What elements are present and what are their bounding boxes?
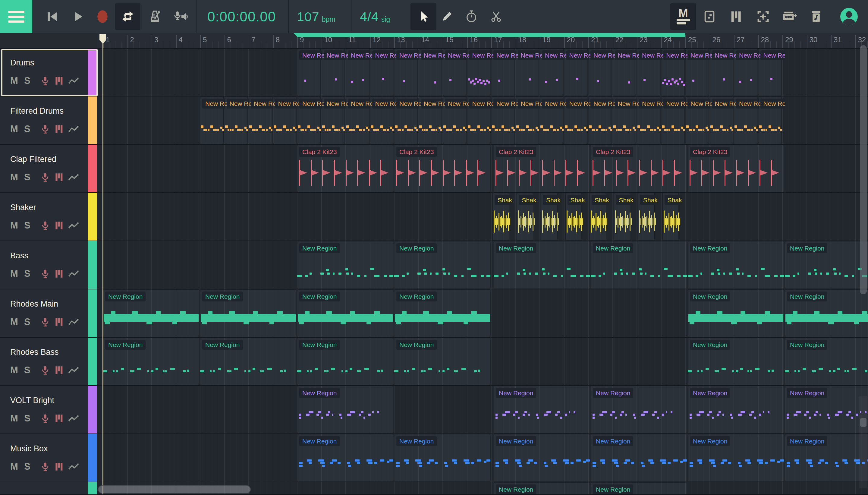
track-lane[interactable]: New RegionNew RegionNew RegionNew Region… — [97, 338, 868, 386]
pencil-tool-button[interactable] — [436, 3, 457, 30]
region[interactable]: New Region — [494, 482, 590, 495]
track-header[interactable]: DrumsMS — [0, 48, 88, 97]
solo-button[interactable]: S — [24, 172, 31, 183]
solo-button[interactable]: S — [24, 365, 31, 376]
region[interactable]: New Region — [419, 97, 442, 144]
solo-button[interactable]: S — [24, 413, 31, 424]
menu-button[interactable] — [0, 0, 32, 33]
region[interactable]: New Region — [516, 97, 539, 144]
track-header[interactable]: Music BoxMS — [0, 434, 88, 482]
region[interactable]: Shaker — [638, 193, 655, 241]
region[interactable]: New Region — [734, 48, 758, 96]
track-lane[interactable]: Clap 2 Kit23Clap 2 Kit23Clap 2 Kit23Clap… — [97, 145, 868, 193]
library-button[interactable] — [804, 3, 828, 30]
track-lane[interactable]: ShakerShakerShakerShakerShakerShakerShak… — [97, 193, 868, 241]
region[interactable]: New Region — [494, 434, 590, 482]
track-header[interactable]: Rhodes MainMS — [0, 289, 88, 338]
region[interactable]: Clap 2 Kit23 — [297, 145, 393, 192]
solo-button[interactable]: S — [24, 124, 31, 134]
mute-button[interactable]: M — [10, 220, 18, 231]
region[interactable]: New Region — [297, 338, 393, 385]
track-header[interactable]: MS — [0, 482, 88, 495]
region[interactable]: New Region — [591, 241, 687, 289]
region[interactable]: New Region — [688, 241, 784, 289]
region[interactable]: New Region — [494, 241, 590, 289]
region[interactable]: New Region — [758, 97, 782, 144]
vertical-zoom-thumb[interactable] — [860, 418, 867, 427]
solo-button[interactable]: S — [24, 461, 31, 472]
track-lane[interactable]: New RegionNew RegionNew RegionNew Region… — [97, 289, 868, 338]
region[interactable]: New Region — [394, 48, 418, 96]
region[interactable]: New Region — [370, 48, 394, 96]
quantize-button[interactable] — [751, 3, 775, 30]
region[interactable]: New Region — [785, 386, 868, 433]
mute-button[interactable]: M — [10, 268, 18, 279]
region[interactable]: New Region — [297, 241, 393, 289]
region[interactable]: New Region — [225, 97, 248, 144]
region[interactable]: New Region — [297, 289, 393, 337]
region[interactable]: New Region — [685, 48, 709, 96]
region[interactable]: New Region — [661, 97, 685, 144]
region[interactable]: Shaker — [590, 193, 606, 241]
region[interactable]: New Region — [273, 97, 297, 144]
scissors-tool-button[interactable] — [484, 3, 508, 30]
time-display[interactable]: 0:00:00.00 — [207, 0, 276, 33]
region[interactable]: New Region — [297, 386, 393, 433]
track-header[interactable]: Clap FilteredMS — [0, 145, 88, 193]
skip-start-button[interactable] — [39, 3, 65, 30]
playhead-flag[interactable] — [99, 34, 106, 44]
bpm-display[interactable]: 107 bpm — [297, 0, 335, 33]
region[interactable]: New Region — [591, 482, 687, 495]
region[interactable]: New Region — [297, 434, 393, 482]
region[interactable]: New Region — [591, 386, 687, 433]
metronome-button[interactable] — [142, 3, 168, 30]
track-header[interactable]: VOLT BrightMS — [0, 386, 88, 434]
region[interactable]: Shaker — [662, 193, 679, 241]
region[interactable]: New Region — [103, 289, 199, 337]
region[interactable]: New Region — [785, 289, 868, 337]
region[interactable]: New Region — [346, 48, 369, 96]
region[interactable]: New Region — [322, 48, 345, 96]
region[interactable]: New Region — [710, 97, 733, 144]
region[interactable]: New Region — [467, 48, 491, 96]
mute-button[interactable]: M — [10, 461, 18, 472]
cursor-tool-button[interactable] — [411, 3, 436, 30]
track-header[interactable]: BassMS — [0, 241, 88, 289]
region[interactable]: Clap 2 Kit23 — [494, 145, 590, 192]
solo-button[interactable]: S — [24, 268, 31, 279]
region[interactable]: New Region — [200, 97, 224, 144]
timeline-ruler[interactable]: 1234567891011121314151617181920212223242… — [0, 33, 868, 49]
region[interactable]: Clap 2 Kit23 — [688, 145, 784, 192]
region[interactable]: New Region — [491, 97, 515, 144]
region[interactable]: New Region — [734, 97, 758, 144]
input-monitor-button[interactable] — [168, 3, 194, 30]
loop-region-bar[interactable] — [294, 33, 685, 37]
region[interactable]: New Region — [103, 338, 199, 385]
mute-button[interactable]: M — [10, 365, 18, 376]
region[interactable]: New Region — [785, 241, 868, 289]
region[interactable]: New Region — [443, 48, 466, 96]
region[interactable]: New Region — [419, 48, 442, 96]
track-lane[interactable]: New RegionNew RegionNew RegionNew Region… — [97, 97, 868, 145]
region[interactable]: Shaker — [517, 193, 534, 241]
region[interactable]: New Region — [588, 97, 612, 144]
track-header[interactable]: Filtered DrumsMS — [0, 97, 88, 145]
track-header[interactable]: ShakerMS — [0, 193, 88, 241]
pads-button[interactable] — [778, 3, 802, 30]
region[interactable]: New Region — [394, 289, 490, 337]
track-lane[interactable]: New RegionNew RegionNew RegionNew Region… — [97, 386, 868, 434]
track-lane[interactable]: New RegionNew RegionNew RegionNew Region… — [97, 241, 868, 289]
region[interactable]: New Region — [661, 48, 685, 96]
region[interactable]: New Region — [467, 97, 491, 144]
mixer-button[interactable]: M — [670, 3, 696, 30]
region[interactable]: New Region — [394, 241, 490, 289]
mute-button[interactable]: M — [10, 413, 18, 424]
region[interactable]: New Region — [494, 386, 590, 433]
piano-button[interactable] — [724, 3, 748, 30]
region[interactable]: New Region — [785, 338, 868, 385]
region[interactable]: New Region — [370, 97, 394, 144]
region[interactable]: New Region — [322, 97, 345, 144]
region[interactable]: New Region — [785, 434, 868, 482]
region[interactable]: New Region — [591, 434, 687, 482]
region[interactable]: New Region — [249, 97, 272, 144]
